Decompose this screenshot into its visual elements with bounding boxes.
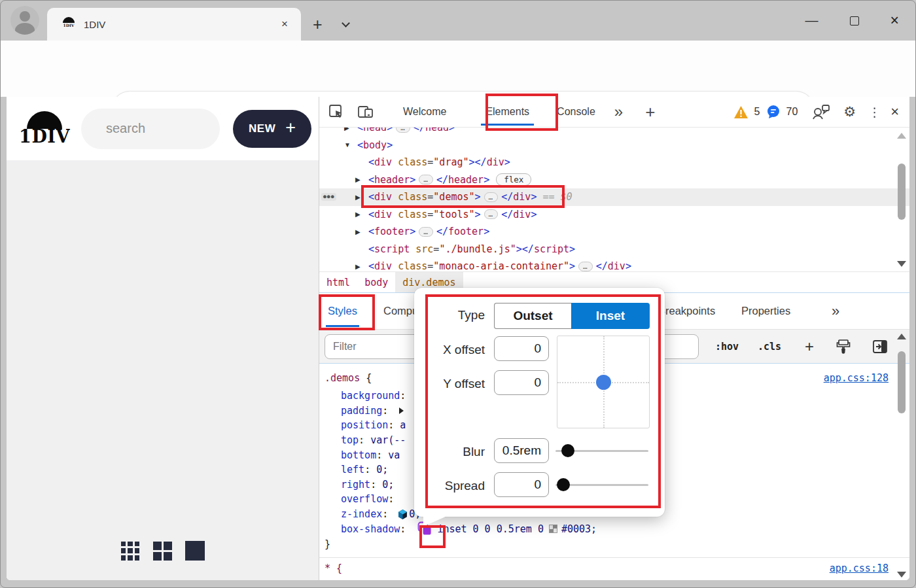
inset-button[interactable]: Inset (571, 303, 650, 329)
dom-node[interactable]: ▶<header>…</header>flex (319, 171, 909, 189)
site-header: 1DIV NEW + (7, 97, 319, 160)
inspect-element-icon[interactable] (328, 103, 345, 120)
device-emulation-icon[interactable] (357, 103, 375, 120)
y-offset-input[interactable] (494, 370, 549, 395)
spread-slider-handle[interactable] (557, 478, 570, 491)
new-demo-button[interactable]: NEW + (233, 110, 311, 148)
profile-avatar[interactable] (10, 6, 39, 35)
stylesheet-link[interactable]: app.css:128 (824, 372, 889, 384)
collapsed-content-icon[interactable]: … (396, 128, 410, 133)
blur-slider[interactable] (555, 444, 648, 457)
window-close-button[interactable]: × (890, 12, 899, 29)
feedback-icon[interactable] (811, 103, 831, 120)
blur-slider-handle[interactable] (561, 444, 574, 457)
styles-scrollbar[interactable] (895, 334, 908, 578)
outset-button[interactable]: Outset (494, 303, 571, 329)
hover-state-toggle[interactable]: :hov (715, 330, 739, 364)
stacking-context-icon[interactable] (398, 510, 408, 519)
tab-breakpoints[interactable]: Breakpoints (658, 293, 715, 329)
dom-node[interactable]: ▼<body> (319, 137, 909, 154)
collapsed-content-icon[interactable]: … (484, 192, 499, 202)
stylesheet-link-2[interactable]: app.css:18 (830, 562, 889, 574)
spread-label: Spread (414, 479, 485, 493)
devtools-tab-elements[interactable]: Elements (472, 97, 543, 127)
brush-icon[interactable] (836, 330, 851, 364)
issues-count: 70 (786, 106, 798, 118)
browser-tab-strip: 1DIV 1DIV × + — × (0, 0, 916, 41)
spread-input[interactable] (494, 472, 549, 497)
expand-shorthand-icon[interactable] (399, 407, 404, 414)
expand-arrow-icon[interactable]: ▶ (355, 211, 368, 218)
blur-input[interactable] (494, 438, 549, 463)
offset-2d-pad[interactable] (557, 336, 650, 428)
devtools-tab-welcome[interactable]: Welcome (389, 97, 460, 127)
collapsed-content-icon[interactable]: … (484, 209, 499, 219)
expand-arrow-icon[interactable]: ▶ (344, 128, 357, 131)
open-panel-right-icon[interactable] (872, 330, 888, 364)
expand-arrow-icon[interactable]: ▼ (344, 141, 357, 148)
scroll-thumb[interactable] (898, 351, 906, 413)
window-maximize-button[interactable] (850, 16, 859, 26)
issues-icon[interactable] (766, 105, 781, 119)
warning-icon[interactable] (733, 105, 749, 119)
collapsed-content-icon[interactable]: … (419, 175, 433, 184)
dom-node[interactable]: ▶<head>…</head> (319, 128, 909, 137)
breadcrumb-html[interactable]: html (319, 272, 357, 292)
tab-close-button[interactable]: × (277, 18, 292, 31)
1div-favicon-icon: 1DIV (62, 17, 76, 31)
expand-arrow-icon[interactable]: ▶ (355, 194, 368, 201)
tab-list-dropdown-icon[interactable] (342, 19, 350, 27)
collapsed-content-icon[interactable]: … (419, 227, 433, 237)
devtools-more-icon[interactable]: ⋮ (868, 105, 881, 120)
dom-node[interactable]: <script src="./bundle.js"></script> (319, 241, 909, 258)
browser-tab[interactable]: 1DIV 1DIV × (47, 8, 301, 41)
class-toggle[interactable]: .cls (758, 330, 781, 364)
demos-area (7, 160, 319, 580)
color-swatch[interactable] (549, 525, 557, 533)
tab-properties[interactable]: Properties (741, 293, 790, 329)
1div-logo[interactable]: 1DIV (21, 111, 68, 146)
dom-node[interactable]: ●●●▶<div class="demos">…</div> == $0 (319, 188, 909, 206)
collapsed-content-icon[interactable]: … (578, 262, 593, 271)
scroll-up-icon[interactable] (897, 133, 906, 139)
window-minimize-button[interactable]: — (805, 13, 819, 28)
y-offset-label: Y offset (414, 377, 485, 391)
dom-node[interactable]: ▶<div class="tools">…</div> (319, 206, 909, 224)
devtools-tab-console[interactable]: Console (543, 97, 609, 127)
expand-arrow-icon[interactable]: ▶ (355, 176, 368, 183)
scroll-up-icon[interactable] (897, 334, 906, 339)
grid-small-view-icon[interactable] (121, 542, 140, 561)
dom-node[interactable]: ▶<div class="monaco-aria-container">…</d… (319, 258, 909, 271)
expand-arrow-icon[interactable]: ▶ (355, 263, 368, 270)
avatar-person-icon (20, 11, 30, 22)
add-panel-icon[interactable]: + (645, 102, 655, 122)
scroll-down-icon[interactable] (897, 261, 906, 267)
new-tab-button[interactable]: + (313, 17, 323, 31)
devtools-close-icon[interactable]: × (890, 103, 899, 120)
dom-node[interactable]: ▶<footer>…</footer> (319, 223, 909, 241)
scroll-thumb[interactable] (898, 164, 906, 220)
shadow-type-toggle: Outset Inset (494, 303, 650, 329)
flex-badge[interactable]: flex (496, 173, 531, 186)
breadcrumb-body[interactable]: body (357, 272, 395, 292)
css-declaration-box-shadow[interactable]: box-shadow: inset 0 0 0.5rem 0#0003; (319, 521, 909, 536)
more-panes-icon[interactable]: » (832, 293, 839, 329)
css-selector[interactable]: .demos (325, 372, 360, 384)
more-tabs-icon[interactable]: » (614, 103, 623, 121)
search-input[interactable] (81, 109, 220, 149)
grid-medium-view-icon[interactable] (153, 542, 172, 561)
grid-large-view-icon[interactable] (185, 541, 205, 561)
devtools-settings-icon[interactable]: ⚙ (843, 104, 856, 120)
scroll-down-icon[interactable] (897, 572, 906, 578)
dom-node[interactable]: <div class="drag"></div> (319, 154, 909, 171)
expand-arrow-icon[interactable]: ▶ (355, 228, 368, 235)
x-offset-input[interactable] (494, 336, 549, 361)
css-rule-universal[interactable]: * { app.css:18 (319, 558, 909, 574)
node-more-actions-icon[interactable]: ●●● (321, 193, 336, 201)
spread-slider[interactable] (555, 478, 648, 491)
offset-handle[interactable] (596, 375, 611, 390)
tab-styles[interactable]: Styles (328, 293, 357, 329)
x-offset-label: X offset (414, 343, 485, 357)
dom-scrollbar[interactable] (895, 133, 908, 267)
new-style-rule-icon[interactable]: + (805, 330, 909, 364)
